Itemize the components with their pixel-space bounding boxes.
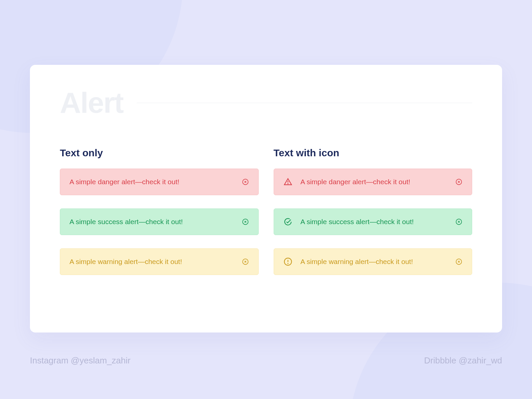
close-icon[interactable] bbox=[455, 178, 463, 186]
svg-point-9 bbox=[288, 263, 288, 264]
column-text-with-icon: Text with icon A simple danger alert—che… bbox=[274, 147, 472, 275]
close-icon[interactable] bbox=[242, 218, 249, 225]
close-icon[interactable] bbox=[242, 258, 249, 265]
alert-columns: Text only A simple danger alert—check it… bbox=[60, 147, 472, 275]
alert-circle-icon bbox=[283, 257, 293, 266]
close-icon[interactable] bbox=[455, 258, 463, 265]
alert-success: A simple success alert—check it out! bbox=[274, 208, 472, 235]
column-text-only: Text only A simple danger alert—check it… bbox=[60, 147, 259, 275]
check-circle-icon bbox=[283, 217, 293, 226]
card-header: Alert bbox=[60, 88, 472, 117]
section-label: Text with icon bbox=[274, 147, 472, 159]
instagram-handle: Instagram @yeslam_zahir bbox=[30, 355, 130, 366]
alert-text: A simple success alert—check it out! bbox=[301, 218, 456, 226]
alert-text: A simple warning alert—check it out! bbox=[69, 258, 242, 266]
page-title: Alert bbox=[60, 88, 123, 117]
alert-text: A simple danger alert—check it out! bbox=[301, 178, 456, 186]
close-icon[interactable] bbox=[455, 218, 463, 225]
alert-danger: A simple danger alert—check it out! bbox=[274, 169, 472, 195]
close-icon[interactable] bbox=[242, 178, 249, 186]
alert-danger: A simple danger alert—check it out! bbox=[60, 169, 259, 195]
alert-success: A simple success alert—check it out! bbox=[60, 208, 259, 235]
alert-text: A simple success alert—check it out! bbox=[69, 218, 242, 226]
header-divider bbox=[137, 103, 472, 103]
alert-text: A simple danger alert—check it out! bbox=[69, 178, 242, 186]
dribbble-handle: Dribbble @zahir_wd bbox=[424, 355, 502, 366]
triangle-warning-icon bbox=[283, 177, 293, 187]
footer-credits: Instagram @yeslam_zahir Dribbble @zahir_… bbox=[30, 355, 502, 366]
section-label: Text only bbox=[60, 147, 259, 159]
svg-point-4 bbox=[288, 184, 288, 184]
alert-warning: A simple warning alert—check it out! bbox=[274, 248, 472, 275]
alert-text: A simple warning alert—check it out! bbox=[301, 258, 456, 266]
alert-card: Alert Text only A simple danger alert—ch… bbox=[30, 65, 502, 332]
alert-warning: A simple warning alert—check it out! bbox=[60, 248, 259, 275]
